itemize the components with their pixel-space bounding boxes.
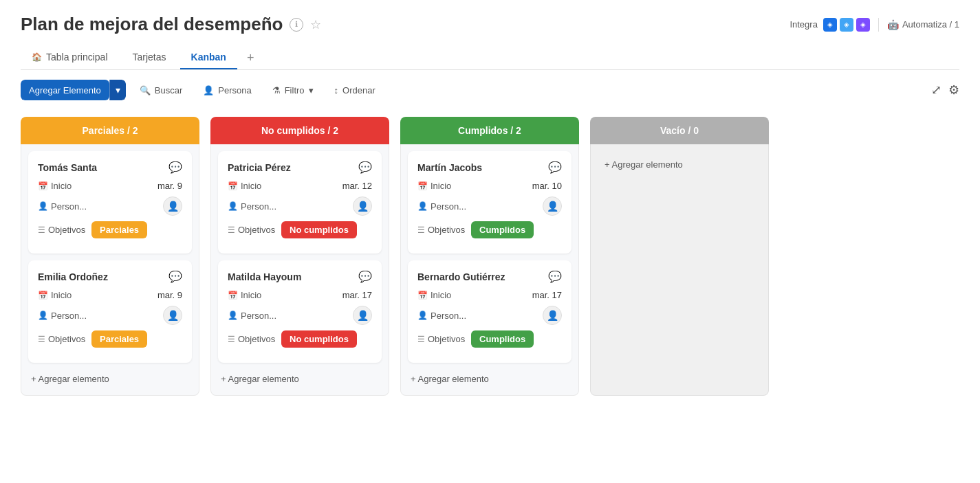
chat-icon[interactable]: 💬 <box>358 270 372 283</box>
status-badge: No cumplidos <box>281 221 357 238</box>
column-cumplidos: Cumplidos / 2 Martín Jacobs 💬 📅 Inicio m… <box>400 117 579 396</box>
column-cumplidos-body: Martín Jacobs 💬 📅 Inicio mar. 10 👤 Perso… <box>400 144 579 396</box>
card-emilia-ordonez[interactable]: Emilia Ordoñez 💬 📅 Inicio mar. 9 👤 Perso… <box>28 260 192 363</box>
list-icon: ☰ <box>417 225 425 235</box>
chat-icon[interactable]: 💬 <box>358 161 372 174</box>
column-nocumplidos: No cumplidos / 2 Patricia Pérez 💬 📅 Inic… <box>210 117 389 396</box>
order-icon: ↕ <box>334 85 339 96</box>
person-filter-icon: 👤 <box>203 85 214 96</box>
kanban-board: Parciales / 2 Tomás Santa 💬 📅 Inicio mar… <box>0 110 980 409</box>
tab-tabla[interactable]: 🏠 Tabla principal <box>21 46 119 69</box>
automatiza-button[interactable]: 🤖 Automatiza / 1 <box>887 19 959 30</box>
card-name: Emilia Ordoñez <box>38 271 108 282</box>
person-icon: 👤 <box>228 201 238 211</box>
tab-bar: 🏠 Tabla principal Tarjetas Kanban + <box>21 46 959 70</box>
home-icon: 🏠 <box>32 52 42 62</box>
add-vacio-button[interactable]: + Agregar elemento <box>602 155 686 174</box>
column-parciales-header: Parciales / 2 <box>21 117 199 144</box>
chat-icon[interactable]: 💬 <box>548 161 562 174</box>
column-parciales: Parciales / 2 Tomás Santa 💬 📅 Inicio mar… <box>21 117 199 396</box>
status-badge: Cumplidos <box>471 221 534 238</box>
column-cumplidos-header: Cumplidos / 2 <box>400 117 579 144</box>
filter-icon: ⚗ <box>272 85 281 96</box>
robot-icon: 🤖 <box>887 19 899 30</box>
column-vacio-header: Vacío / 0 <box>590 117 769 144</box>
add-elemento-arrow[interactable]: ▾ <box>109 80 126 100</box>
calendar-icon: 📅 <box>417 181 428 191</box>
add-cumplidos-button[interactable]: + Agregar elemento <box>408 370 571 388</box>
person-button[interactable]: 👤 Persona <box>196 81 258 100</box>
integra-icon-1[interactable]: ◈ <box>823 18 837 32</box>
card-name: Bernardo Gutiérrez <box>417 271 505 282</box>
person-icon: 👤 <box>38 311 48 320</box>
column-vacio: Vacío / 0 + Agregar elemento <box>590 117 769 396</box>
status-badge: Cumplidos <box>471 330 534 348</box>
inicio-value: mar. 9 <box>157 290 182 300</box>
card-martin-jacobs[interactable]: Martín Jacobs 💬 📅 Inicio mar. 10 👤 Perso… <box>408 151 571 254</box>
list-icon: ☰ <box>228 335 235 344</box>
avatar: 👤 <box>543 196 562 216</box>
card-bernardo-gutierrez[interactable]: Bernardo Gutiérrez 💬 📅 Inicio mar. 17 👤 … <box>408 260 571 363</box>
card-patricia-perez[interactable]: Patricia Pérez 💬 📅 Inicio mar. 12 👤 Pers… <box>218 151 382 254</box>
search-icon: 🔍 <box>140 85 151 96</box>
list-icon: ☰ <box>38 335 45 344</box>
card-matilda-hayoum[interactable]: Matilda Hayoum 💬 📅 Inicio mar. 17 👤 Pers… <box>218 260 382 363</box>
avatar: 👤 <box>353 306 372 325</box>
status-badge: Parciales <box>91 330 147 348</box>
avatar: 👤 <box>163 196 182 216</box>
order-button[interactable]: ↕ Ordenar <box>327 81 382 100</box>
card-name: Patricia Pérez <box>228 162 291 173</box>
person-icon: 👤 <box>417 201 428 211</box>
expand-icon[interactable]: ⤢ <box>931 82 941 98</box>
card-name: Tomás Santa <box>38 162 97 173</box>
avatar: 👤 <box>353 196 372 216</box>
integra-icon-3[interactable]: ◈ <box>856 18 870 32</box>
add-nocumplidos-button[interactable]: + Agregar elemento <box>218 370 382 388</box>
list-icon: ☰ <box>228 225 235 235</box>
calendar-icon: 📅 <box>38 181 48 191</box>
add-elemento-wrapper: Agregar Elemento ▾ <box>21 80 126 100</box>
inicio-value: mar. 12 <box>342 181 372 191</box>
integra-label: Integra <box>790 19 817 30</box>
inicio-value: mar. 17 <box>342 290 372 300</box>
list-icon: ☰ <box>417 335 425 344</box>
search-button[interactable]: 🔍 Buscar <box>133 81 189 100</box>
settings-icon[interactable]: ⚙ <box>948 82 959 98</box>
status-badge: Parciales <box>91 221 147 238</box>
add-parciales-button[interactable]: + Agregar elemento <box>28 370 192 388</box>
filter-chevron-icon: ▾ <box>309 85 314 96</box>
inicio-value: mar. 9 <box>157 181 182 191</box>
inicio-value: mar. 17 <box>532 290 562 300</box>
tab-add-button[interactable]: + <box>240 47 261 69</box>
card-tomas-santa[interactable]: Tomás Santa 💬 📅 Inicio mar. 9 👤 Person..… <box>28 151 192 254</box>
person-icon: 👤 <box>38 201 48 211</box>
calendar-icon: 📅 <box>228 291 238 300</box>
column-parciales-body: Tomás Santa 💬 📅 Inicio mar. 9 👤 Person..… <box>21 144 199 396</box>
list-icon: ☰ <box>38 225 45 235</box>
tab-kanban[interactable]: Kanban <box>180 46 237 69</box>
person-icon: 👤 <box>417 311 428 320</box>
column-nocumplidos-body: Patricia Pérez 💬 📅 Inicio mar. 12 👤 Pers… <box>210 144 389 396</box>
star-icon[interactable]: ☆ <box>310 17 321 32</box>
avatar: 👤 <box>543 306 562 325</box>
info-icon[interactable]: ℹ <box>290 18 303 32</box>
inicio-value: mar. 10 <box>532 181 562 191</box>
card-name: Matilda Hayoum <box>228 271 301 282</box>
auto-label: Automatiza / 1 <box>902 19 959 30</box>
chat-icon[interactable]: 💬 <box>168 270 182 283</box>
status-badge: No cumplidos <box>281 330 357 348</box>
calendar-icon: 📅 <box>417 291 428 300</box>
avatar: 👤 <box>163 306 182 325</box>
page-title: Plan de mejora del desempeño <box>21 14 283 35</box>
chat-icon[interactable]: 💬 <box>168 161 182 174</box>
calendar-icon: 📅 <box>228 181 238 191</box>
calendar-icon: 📅 <box>38 291 48 300</box>
tab-tarjetas[interactable]: Tarjetas <box>122 46 177 69</box>
person-icon: 👤 <box>228 311 238 320</box>
integra-icon-2[interactable]: ◈ <box>840 18 853 32</box>
add-elemento-button[interactable]: Agregar Elemento <box>21 80 109 100</box>
filter-button[interactable]: ⚗ Filtro ▾ <box>265 81 320 100</box>
card-name: Martín Jacobs <box>417 162 482 173</box>
column-vacio-body: + Agregar elemento <box>590 144 769 396</box>
chat-icon[interactable]: 💬 <box>548 270 562 283</box>
